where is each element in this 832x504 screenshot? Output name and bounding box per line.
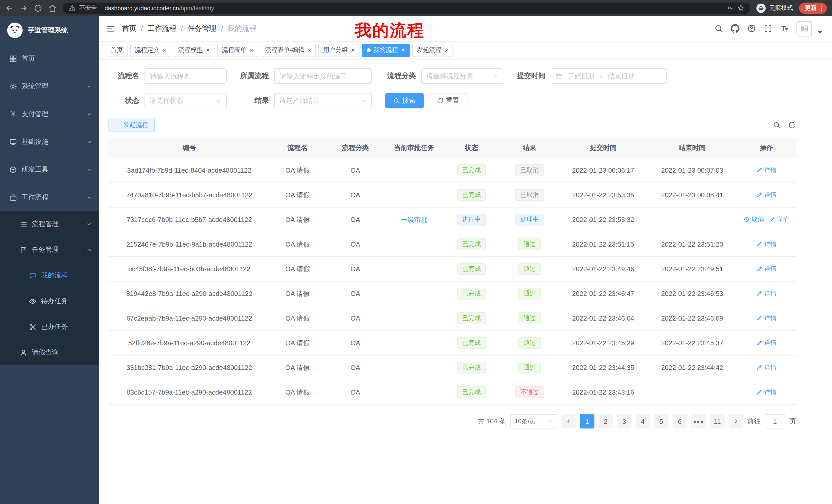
edit-icon <box>756 192 762 198</box>
security-warning-icon[interactable] <box>69 5 76 11</box>
result-select[interactable]: 请选择流结果 <box>274 93 372 108</box>
cancel-action[interactable]: 取消 <box>744 215 764 224</box>
detail-action[interactable]: 详情 <box>756 388 777 397</box>
password-key-icon[interactable] <box>727 5 734 11</box>
create-process-button[interactable]: 发起流程 <box>108 118 155 132</box>
end-date-input[interactable] <box>604 72 639 80</box>
cell-result: 通过 <box>500 306 559 331</box>
start-date-input[interactable] <box>564 72 598 80</box>
search-button[interactable]: 搜索 <box>385 93 424 108</box>
detail-action[interactable]: 详情 <box>756 363 777 372</box>
page-2-button[interactable]: 2 <box>599 414 613 428</box>
detail-action[interactable]: 详情 <box>769 215 789 224</box>
update-button[interactable]: 更新 <box>799 2 827 13</box>
table-row: 7317cec6-7b9b-11ec-b5b7-acde48001122OA 请… <box>108 207 796 232</box>
sidebar-item-workflow[interactable]: 工作流程 <box>0 184 99 211</box>
status-select[interactable]: 请选择状态 <box>145 93 227 108</box>
column-header: 操作 <box>737 138 796 158</box>
cell-end-time: 2022-01-22 23:45:37 <box>647 331 737 355</box>
tab-process-form[interactable]: 流程表单× <box>217 44 258 57</box>
sidebar-item-dev-tools[interactable]: 研发工具 <box>0 156 99 184</box>
font-size-icon[interactable] <box>780 24 789 33</box>
browser-forward-icon[interactable] <box>20 4 28 12</box>
detail-action[interactable]: 详情 <box>756 166 777 175</box>
bookmark-star-icon[interactable] <box>737 5 744 11</box>
cell-end-time <box>647 207 737 232</box>
browser-menu-icon[interactable] <box>817 4 825 11</box>
detail-action[interactable]: 详情 <box>756 240 777 249</box>
detail-action[interactable]: 详情 <box>756 289 777 298</box>
tab-my-process[interactable]: 我的流程× <box>362 44 410 57</box>
sidebar-item-process-management[interactable]: 流程管理 <box>0 211 99 237</box>
detail-action[interactable]: 详情 <box>756 339 777 347</box>
detail-action[interactable]: 详情 <box>756 264 777 273</box>
close-icon[interactable]: × <box>250 47 253 53</box>
sidebar-item-home[interactable]: 首页 <box>0 45 99 73</box>
sidebar-item-todo-tasks[interactable]: 待办任务 <box>0 288 99 314</box>
page-4-button[interactable]: 4 <box>635 414 650 428</box>
github-icon[interactable] <box>731 24 739 33</box>
avatar[interactable] <box>797 21 812 36</box>
help-icon[interactable] <box>747 24 756 33</box>
detail-action[interactable]: 详情 <box>756 191 777 199</box>
next-page-button[interactable] <box>729 414 743 428</box>
sidebar-item-system[interactable]: 系统管理 <box>0 73 99 100</box>
parent-process-input[interactable] <box>274 68 372 84</box>
current-task-link[interactable]: 一级审批 <box>401 216 427 223</box>
hamburger-icon[interactable] <box>106 24 115 33</box>
category-select[interactable]: 请选择流程分类 <box>421 68 503 84</box>
tab-user-group[interactable]: 用户分组× <box>318 44 359 57</box>
prev-page-button[interactable] <box>562 414 576 428</box>
tab-process-definition[interactable]: 流程定义× <box>130 44 171 57</box>
breadcrumb-item[interactable]: 任务管理 <box>188 24 216 33</box>
cell-submit-time: 2022-01-22 23:44:35 <box>559 355 647 380</box>
browser-reload-icon[interactable] <box>34 4 42 12</box>
edit-icon <box>756 241 762 247</box>
status-tag: 已完成 <box>457 239 486 250</box>
tab-process-model[interactable]: 流程模型× <box>174 44 214 57</box>
close-icon[interactable]: × <box>351 47 355 53</box>
address-bar[interactable]: 不安全 dashboard.yudao.iocoder.cn/bpm/task/… <box>63 2 750 13</box>
page-1-button[interactable]: 1 <box>580 414 594 428</box>
scissors-icon <box>29 323 36 331</box>
detail-action[interactable]: 详情 <box>756 314 777 323</box>
submit-time-range-picker[interactable]: - <box>551 68 667 84</box>
cell-end-time: 2022-01-22 23:49:51 <box>647 257 737 281</box>
status-tag: 已完成 <box>457 362 486 373</box>
process-name-input[interactable] <box>145 68 227 84</box>
close-icon[interactable]: × <box>401 47 405 53</box>
tab-home[interactable]: 首页 <box>106 44 128 57</box>
sidebar-item-my-process[interactable]: 我的流程 <box>0 262 99 288</box>
sidebar-item-leave-query[interactable]: 请假查询 <box>0 340 99 365</box>
refresh-table-icon[interactable] <box>788 121 796 129</box>
tab-process-form-edit[interactable]: 流程表单-编辑× <box>261 44 316 57</box>
page-size-select[interactable]: 10条/页 <box>510 414 557 428</box>
tab-start-process[interactable]: 发起流程× <box>412 44 453 57</box>
avatar-caret-icon[interactable] <box>815 27 824 36</box>
goto-page-input[interactable] <box>765 414 785 428</box>
browser-home-icon[interactable] <box>48 4 57 12</box>
page-6-button[interactable]: 6 <box>673 414 687 428</box>
breadcrumb-item[interactable]: 首页 <box>122 24 136 33</box>
sidebar-item-infrastructure[interactable]: 基础设施 <box>0 128 99 156</box>
divider <box>101 5 101 11</box>
close-icon[interactable]: × <box>162 47 166 53</box>
cell-current-task <box>386 281 443 306</box>
sidebar-item-task-management[interactable]: 任务管理 <box>0 237 99 262</box>
sidebar-item-payment[interactable]: 支付管理 <box>0 100 99 128</box>
close-icon[interactable]: × <box>206 47 210 53</box>
page-11-button[interactable]: 11 <box>710 414 725 428</box>
search-icon[interactable] <box>714 24 723 33</box>
fullscreen-icon[interactable] <box>763 24 772 33</box>
toggle-search-icon[interactable] <box>773 121 781 129</box>
close-icon[interactable]: × <box>308 47 311 53</box>
close-icon[interactable]: × <box>445 47 448 53</box>
reset-button[interactable]: 重置 <box>429 93 467 108</box>
page-ellipsis[interactable]: ●●● <box>691 414 706 428</box>
breadcrumb-item[interactable]: 工作流程 <box>148 24 176 33</box>
sidebar-item-done-tasks[interactable]: 已办任务 <box>0 314 99 340</box>
page-3-button[interactable]: 3 <box>617 414 631 428</box>
page-5-button[interactable]: 5 <box>654 414 669 428</box>
status-tag: 已完成 <box>457 312 486 324</box>
browser-back-icon[interactable] <box>5 4 14 12</box>
